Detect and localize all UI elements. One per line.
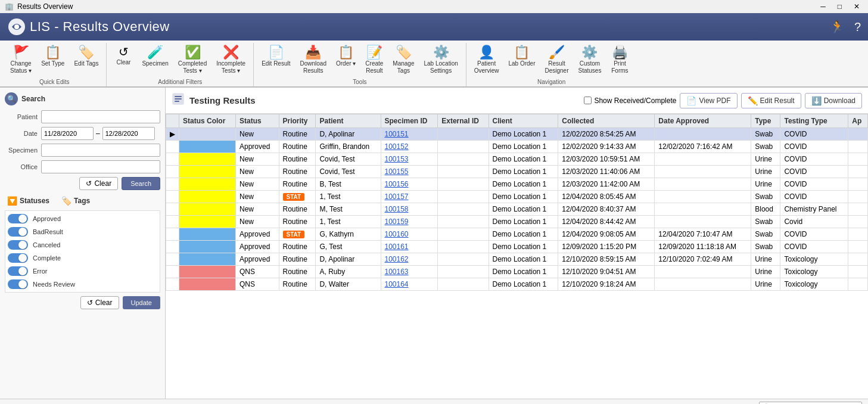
cell-specimen-id[interactable]: 100152 <box>381 141 438 153</box>
col-client-header[interactable]: Client <box>489 114 558 128</box>
cell-patient: D, Walter <box>316 278 381 291</box>
clear-search-button[interactable]: ↺ Clear <box>79 177 118 190</box>
lab-order-button[interactable]: 📋 Lab Order <box>504 43 539 77</box>
table-row[interactable]: New Routine B, Test 100156 Demo Location… <box>166 178 868 191</box>
cell-specimen-id[interactable]: 100160 <box>381 228 438 241</box>
col-status-header[interactable]: Status <box>236 114 279 128</box>
cell-specimen-id[interactable]: 100163 <box>381 266 438 278</box>
result-designer-button[interactable]: 🖌️ ResultDesigner <box>540 43 573 77</box>
cell-expand <box>166 178 179 191</box>
close-button[interactable]: ✕ <box>850 2 863 11</box>
cell-type: Blood <box>751 203 780 216</box>
edit-result-button[interactable]: 📄 Edit Result <box>257 43 294 77</box>
cell-specimen-id[interactable]: 100156 <box>381 178 438 191</box>
completed-tests-button[interactable]: ✅ CompletedTests ▾ <box>174 43 211 77</box>
cell-specimen-id[interactable]: 100157 <box>381 191 438 203</box>
complete-toggle[interactable] <box>8 253 28 263</box>
error-toggle[interactable] <box>8 266 28 276</box>
change-status-button[interactable]: 🚩 ChangeStatus ▾ <box>6 43 36 77</box>
cell-collected: 12/10/2020 8:59:15 AM <box>558 253 655 266</box>
person-icon: 👤 <box>478 46 494 59</box>
table-row[interactable]: Approved STAT G, Kathyrn 100160 Demo Loc… <box>166 228 868 241</box>
maximize-button[interactable]: □ <box>834 2 845 11</box>
download-top-button[interactable]: ⬇️ Download <box>805 93 862 108</box>
help-icon[interactable]: ? <box>854 20 861 34</box>
cell-specimen-id[interactable]: 100155 <box>381 166 438 178</box>
table-row[interactable]: Approved Routine D, Apolinar 100162 Demo… <box>166 253 868 266</box>
user-icon[interactable]: 🏃 <box>830 20 845 34</box>
table-row[interactable]: New Routine Covid, Test 100153 Demo Loca… <box>166 153 868 166</box>
tags-icon: 🏷️ <box>61 196 71 206</box>
specimen-button[interactable]: 🧪 Specimen <box>138 43 172 77</box>
cell-patient: A, Ruby <box>316 266 381 278</box>
cell-specimen-id[interactable]: 100159 <box>381 216 438 228</box>
col-specimen-id-header[interactable]: Specimen ID <box>381 114 438 128</box>
order-button[interactable]: 📋 Order ▾ <box>332 43 360 77</box>
lab-location-button[interactable]: ⚙️ Lab LocationSettings <box>419 43 462 77</box>
clear-filter-button[interactable]: ↺ Clear <box>80 296 119 309</box>
col-type-header[interactable]: Type <box>751 114 780 128</box>
cell-specimen-id[interactable]: 100162 <box>381 253 438 266</box>
col-priority-header[interactable]: Priority <box>279 114 316 128</box>
table-row[interactable]: ▶ New Routine D, Apolinar 100151 Demo Lo… <box>166 128 868 141</box>
col-external-id-header[interactable]: External ID <box>438 114 489 128</box>
app-logo: LIS - Results Overview <box>7 17 170 36</box>
show-received-label[interactable]: Show Received/Complete <box>584 97 676 105</box>
table-row[interactable]: New Routine M, Test 100158 Demo Location… <box>166 203 868 216</box>
table-row[interactable]: QNS Routine D, Walter 100164 Demo Locati… <box>166 278 868 291</box>
cell-date-approved <box>655 178 751 191</box>
table-row[interactable]: New STAT 1, Test 100157 Demo Location 1 … <box>166 191 868 203</box>
title-bar-controls[interactable]: ─ □ ✕ <box>817 2 863 11</box>
manage-tags-button[interactable]: 🏷️ ManageTags <box>388 43 418 77</box>
print-forms-button[interactable]: 🖨️ PrintForms <box>606 43 633 77</box>
col-patient-header[interactable]: Patient <box>316 114 381 128</box>
edit-result-top-button[interactable]: ✏️ Edit Result <box>741 93 801 108</box>
tags-tab[interactable]: 🏷️ Tags <box>59 195 92 207</box>
update-button[interactable]: Update <box>123 296 160 309</box>
download-results-button[interactable]: 📥 DownloadResults <box>296 43 331 77</box>
col-testing-type-header[interactable]: Testing Type <box>780 114 848 128</box>
col-ap-header[interactable]: Ap <box>848 114 868 128</box>
incomplete-tests-button[interactable]: ❌ IncompleteTests ▾ <box>212 43 250 77</box>
date-from-input[interactable] <box>41 127 94 140</box>
table-row[interactable]: New Routine 1, Test 100159 Demo Location… <box>166 216 868 228</box>
set-type-button[interactable]: 📋 Set Type <box>37 43 69 77</box>
canceled-toggle[interactable] <box>8 240 28 250</box>
table-row[interactable]: Approved Routine Griffin, Brandon 100152… <box>166 141 868 153</box>
edit-tags-button[interactable]: 🏷️ Edit Tags <box>70 43 102 77</box>
date-to-input[interactable] <box>102 127 155 140</box>
show-received-checkbox[interactable] <box>584 97 592 104</box>
approved-label: Approved <box>33 215 61 222</box>
table-row[interactable]: New Routine Covid, Test 100155 Demo Loca… <box>166 166 868 178</box>
cell-specimen-id[interactable]: 100153 <box>381 153 438 166</box>
pencil-icon: ✏️ <box>748 96 758 105</box>
col-collected-header[interactable]: Collected <box>558 114 655 128</box>
cell-specimen-id[interactable]: 100151 <box>381 128 438 141</box>
bottom-search-box[interactable]: 🔍 <box>759 402 862 405</box>
approved-toggle[interactable] <box>8 214 28 223</box>
office-input[interactable] <box>41 160 160 173</box>
needs-review-toggle[interactable] <box>8 279 28 289</box>
cell-priority: Routine <box>279 128 316 141</box>
search-button[interactable]: Search <box>122 177 160 190</box>
col-status-color-header[interactable]: Status Color <box>179 114 236 128</box>
col-date-approved-header[interactable]: Date Approved <box>655 114 751 128</box>
patient-overview-button[interactable]: 👤 PatientOverview <box>470 43 503 77</box>
custom-statuses-button[interactable]: ⚙️ CustomStatuses <box>574 43 606 77</box>
x-circle-icon: ❌ <box>223 46 239 59</box>
clear-toolbar-button[interactable]: ↺ Clear <box>110 43 136 77</box>
table-row[interactable]: Approved Routine G, Test 100161 Demo Loc… <box>166 241 868 253</box>
cell-priority: Routine <box>279 241 316 253</box>
specimen-input[interactable] <box>41 144 160 157</box>
patient-input[interactable] <box>41 110 160 123</box>
badresult-toggle[interactable] <box>8 227 28 237</box>
minimize-button[interactable]: ─ <box>817 2 829 11</box>
table-row[interactable]: QNS Routine A, Ruby 100163 Demo Location… <box>166 266 868 278</box>
view-pdf-button[interactable]: 📄 View PDF <box>680 93 737 108</box>
create-result-button[interactable]: 📝 CreateResult <box>361 43 387 77</box>
cell-date-approved: 12/09/2020 11:18:18 AM <box>655 241 751 253</box>
cell-specimen-id[interactable]: 100164 <box>381 278 438 291</box>
cell-specimen-id[interactable]: 100158 <box>381 203 438 216</box>
cell-specimen-id[interactable]: 100161 <box>381 241 438 253</box>
statuses-tab[interactable]: 🔽 Statuses <box>5 195 52 207</box>
